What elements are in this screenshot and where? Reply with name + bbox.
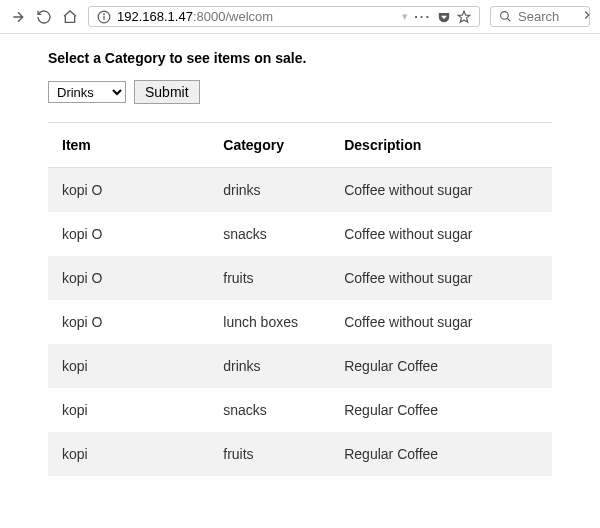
cell-category: drinks <box>209 168 330 213</box>
forward-icon[interactable] <box>10 9 26 25</box>
chevron-down-icon[interactable]: ▾ <box>402 10 408 23</box>
page-content: Select a Category to see items on sale. … <box>0 34 600 500</box>
cell-description: Coffee without sugar <box>330 256 552 300</box>
controls-row: Drinks Submit <box>48 80 552 104</box>
search-placeholder: Search <box>518 9 559 24</box>
table-row: kopi O lunch boxes Coffee without sugar <box>48 300 552 344</box>
cell-category: drinks <box>209 344 330 388</box>
more-icon[interactable]: ··· <box>414 9 431 24</box>
table-row: kopi drinks Regular Coffee <box>48 344 552 388</box>
cell-item: kopi O <box>48 212 209 256</box>
cell-item: kopi <box>48 432 209 476</box>
category-select[interactable]: Drinks <box>48 81 126 103</box>
search-icon <box>499 10 512 23</box>
search-box[interactable]: Search <box>490 6 590 27</box>
cell-item: kopi <box>48 388 209 432</box>
pocket-icon[interactable] <box>437 10 451 24</box>
table-header-row: Item Category Description <box>48 123 552 168</box>
url-text: 192.168.1.47:8000/welcom <box>117 9 396 24</box>
table-row: kopi O fruits Coffee without sugar <box>48 256 552 300</box>
cell-item: kopi O <box>48 256 209 300</box>
cell-description: Coffee without sugar <box>330 300 552 344</box>
page-heading: Select a Category to see items on sale. <box>48 50 552 66</box>
home-icon[interactable] <box>62 9 78 25</box>
submit-button[interactable]: Submit <box>134 80 200 104</box>
cell-category: lunch boxes <box>209 300 330 344</box>
col-header-category: Category <box>209 123 330 168</box>
table-row: kopi O drinks Coffee without sugar <box>48 168 552 213</box>
items-table: Item Category Description kopi O drinks … <box>48 122 552 476</box>
col-header-item: Item <box>48 123 209 168</box>
url-rest: :8000/welcom <box>193 9 273 24</box>
url-ip: 192.168.1.47 <box>117 9 193 24</box>
svg-marker-3 <box>458 11 470 22</box>
cell-item: kopi <box>48 344 209 388</box>
cell-category: snacks <box>209 388 330 432</box>
overflow-chevron-icon[interactable] <box>580 8 594 25</box>
cell-description: Regular Coffee <box>330 388 552 432</box>
reload-icon[interactable] <box>36 9 52 25</box>
cell-category: fruits <box>209 432 330 476</box>
url-bar[interactable]: 192.168.1.47:8000/welcom ▾ ··· <box>88 6 480 27</box>
bookmark-star-icon[interactable] <box>457 10 471 24</box>
svg-point-2 <box>104 13 105 14</box>
cell-description: Coffee without sugar <box>330 212 552 256</box>
table-row: kopi snacks Regular Coffee <box>48 388 552 432</box>
info-icon <box>97 10 111 24</box>
cell-description: Regular Coffee <box>330 344 552 388</box>
table-body: kopi O drinks Coffee without sugar kopi … <box>48 168 552 477</box>
table-row: kopi fruits Regular Coffee <box>48 432 552 476</box>
browser-toolbar: 192.168.1.47:8000/welcom ▾ ··· Search <box>0 0 600 34</box>
cell-description: Regular Coffee <box>330 432 552 476</box>
svg-point-4 <box>501 12 509 20</box>
cell-item: kopi O <box>48 168 209 213</box>
svg-line-5 <box>507 18 510 21</box>
cell-description: Coffee without sugar <box>330 168 552 213</box>
table-row: kopi O snacks Coffee without sugar <box>48 212 552 256</box>
cell-item: kopi O <box>48 300 209 344</box>
cell-category: fruits <box>209 256 330 300</box>
col-header-description: Description <box>330 123 552 168</box>
cell-category: snacks <box>209 212 330 256</box>
